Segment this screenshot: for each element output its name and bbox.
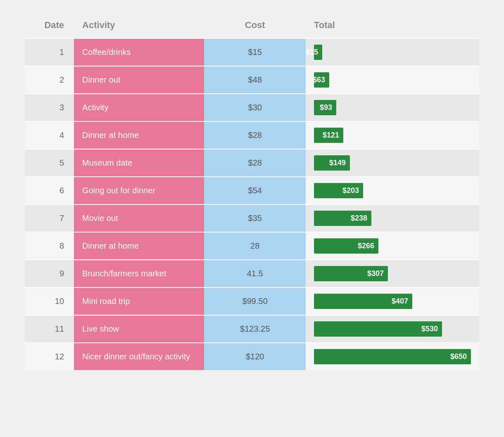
total-cell: $149 <box>306 149 479 177</box>
date-cell: 10 <box>25 287 74 315</box>
total-cell: $650 <box>306 343 479 370</box>
total-bar: $149 <box>314 155 350 171</box>
table-row: 4Dinner at home$28$121 <box>25 121 479 149</box>
total-bar: $650 <box>314 349 471 364</box>
header-date: Date <box>25 12 74 38</box>
cost-cell: $54 <box>204 177 306 204</box>
total-cell: $63 <box>306 66 479 94</box>
header-total: Total <box>306 12 479 38</box>
activity-cell: Dinner at home <box>74 121 204 149</box>
date-cell: 9 <box>25 260 74 287</box>
total-bar: $15 <box>314 45 322 60</box>
date-cell: 3 <box>25 94 74 121</box>
cost-cell: $120 <box>204 343 306 370</box>
activity-cell: Going out for dinner <box>74 177 204 204</box>
cost-cell: $15 <box>204 38 306 66</box>
date-cell: 1 <box>25 38 74 66</box>
activity-cell: Coffee/drinks <box>74 38 204 66</box>
total-cell: $203 <box>306 177 479 204</box>
total-cell: $530 <box>306 315 479 343</box>
table-row: 6Going out for dinner$54$203 <box>25 177 479 204</box>
total-bar: $266 <box>314 238 378 254</box>
total-cell: $121 <box>306 121 479 149</box>
table-row: 10Mini road trip$99.50$407 <box>25 287 479 315</box>
activity-cell: Live show <box>74 315 204 343</box>
table-row: 3Activity$30$93 <box>25 94 479 121</box>
date-cell: 7 <box>25 204 74 232</box>
header-cost: Cost <box>204 12 306 38</box>
date-cell: 4 <box>25 121 74 149</box>
date-cell: 6 <box>25 177 74 204</box>
date-cell: 12 <box>25 343 74 370</box>
activity-cell: Nicer dinner out/fancy activity <box>74 343 204 370</box>
cost-cell: $28 <box>204 121 306 149</box>
total-cell: $93 <box>306 94 479 121</box>
total-bar: $307 <box>314 266 388 281</box>
table-row: 7Movie out$35$238 <box>25 204 479 232</box>
cost-cell: $123.25 <box>204 315 306 343</box>
activity-cell: Dinner out <box>74 66 204 94</box>
cost-cell: $30 <box>204 94 306 121</box>
activity-cell: Mini road trip <box>74 287 204 315</box>
total-bar: $530 <box>314 321 442 337</box>
header-activity: Activity <box>74 12 204 38</box>
main-table-container: Date Activity Cost Total 1Coffee/drinks$… <box>25 12 479 370</box>
data-table: Date Activity Cost Total 1Coffee/drinks$… <box>25 12 479 370</box>
cost-cell: $35 <box>204 204 306 232</box>
activity-cell: Activity <box>74 94 204 121</box>
total-bar: $407 <box>314 294 412 309</box>
table-row: 12Nicer dinner out/fancy activity$120$65… <box>25 343 479 370</box>
total-bar: $238 <box>314 211 371 226</box>
total-bar: $121 <box>314 128 343 143</box>
activity-cell: Movie out <box>74 204 204 232</box>
total-cell: $238 <box>306 204 479 232</box>
date-cell: 11 <box>25 315 74 343</box>
total-cell: $266 <box>306 232 479 260</box>
total-bar: $203 <box>314 183 363 198</box>
cost-cell: $28 <box>204 149 306 177</box>
table-row: 1Coffee/drinks$15$15 <box>25 38 479 66</box>
total-cell: $307 <box>306 260 479 287</box>
activity-cell: Dinner at home <box>74 232 204 260</box>
date-cell: 8 <box>25 232 74 260</box>
activity-cell: Brunch/farmers market <box>74 260 204 287</box>
cost-cell: $99.50 <box>204 287 306 315</box>
date-cell: 2 <box>25 66 74 94</box>
table-row: 8Dinner at home28$266 <box>25 232 479 260</box>
activity-cell: Museum date <box>74 149 204 177</box>
table-row: 9Brunch/farmers market41.5$307 <box>25 260 479 287</box>
date-cell: 5 <box>25 149 74 177</box>
total-bar: $63 <box>314 72 329 88</box>
total-bar: $93 <box>314 100 336 115</box>
table-row: 5Museum date$28$149 <box>25 149 479 177</box>
cost-cell: $48 <box>204 66 306 94</box>
total-cell: $407 <box>306 287 479 315</box>
table-row: 2Dinner out$48$63 <box>25 66 479 94</box>
cost-cell: 41.5 <box>204 260 306 287</box>
cost-cell: 28 <box>204 232 306 260</box>
total-cell: $15 <box>306 38 479 66</box>
table-row: 11Live show$123.25$530 <box>25 315 479 343</box>
